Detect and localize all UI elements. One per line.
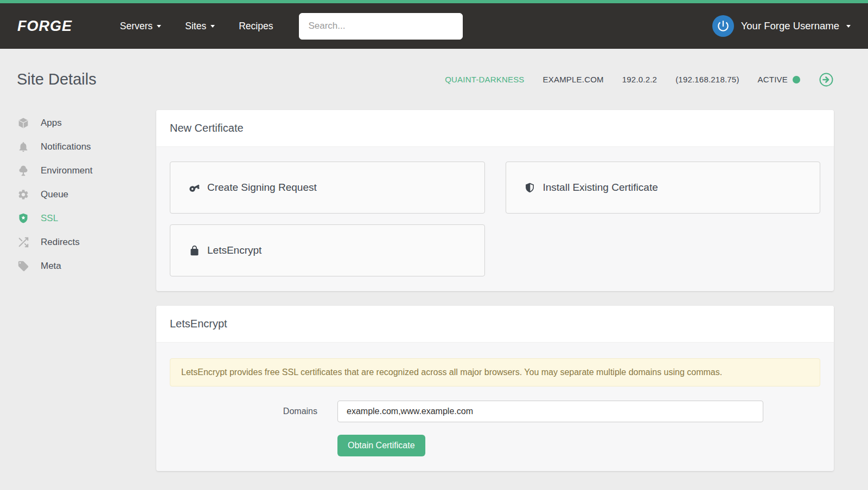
forge-logo[interactable]: FORGE xyxy=(17,18,72,35)
domains-input[interactable] xyxy=(337,401,763,422)
chevron-down-icon xyxy=(846,25,851,28)
arrow-right-circle-icon xyxy=(819,72,834,87)
nav-item-recipes[interactable]: Recipes xyxy=(239,21,273,32)
sidebar-item-redirects[interactable]: Redirects xyxy=(17,230,156,254)
nav-item-sites[interactable]: Sites xyxy=(185,21,215,32)
gear-icon xyxy=(17,188,30,201)
lock-icon xyxy=(188,244,200,256)
submit-row: Obtain Certificate xyxy=(337,435,820,456)
key-icon xyxy=(188,182,200,194)
card-title: New Certificate xyxy=(156,110,834,147)
sidebar-item-label: Redirects xyxy=(41,237,80,248)
create-signing-request-button[interactable]: Create Signing Request xyxy=(170,162,485,214)
nav-menu: Servers Sites Recipes xyxy=(120,21,273,32)
card-title: LetsEncrypt xyxy=(156,306,834,343)
main-navbar: FORGE Servers Sites Recipes Your Forge U… xyxy=(0,3,868,49)
letsencrypt-option-button[interactable]: LetsEncrypt xyxy=(170,224,485,276)
nav-item-label: Servers xyxy=(120,21,152,32)
sidebar-item-ssl[interactable]: SSL xyxy=(17,207,156,230)
open-site-button[interactable] xyxy=(819,72,834,87)
sidebar-item-label: Queue xyxy=(41,189,68,200)
nav-item-label: Sites xyxy=(185,21,206,32)
main-panel: New Certificate Create Signing Request I… xyxy=(156,110,834,486)
status-dot-icon xyxy=(793,76,800,83)
new-certificate-card: New Certificate Create Signing Request I… xyxy=(156,110,834,291)
option-label: Create Signing Request xyxy=(207,182,317,194)
letsencrypt-card: LetsEncrypt LetsEncrypt provides free SS… xyxy=(156,306,834,471)
shield-half-icon xyxy=(524,182,536,194)
sidebar-item-label: Apps xyxy=(41,118,62,128)
sidebar-item-label: SSL xyxy=(41,213,58,224)
sidebar-item-label: Environment xyxy=(41,165,92,176)
page-header: Site Details QUAINT-DARKNESS EXAMPLE.COM… xyxy=(0,49,868,110)
sidebar-item-queue[interactable]: Queue xyxy=(17,183,156,207)
sidebar-item-notifications[interactable]: Notifications xyxy=(17,135,156,159)
letsencrypt-form: LetsEncrypt provides free SSL certificat… xyxy=(156,343,834,471)
site-sidebar: Apps Notifications Environment Queue SSL xyxy=(17,110,156,278)
domains-label: Domains xyxy=(170,407,337,416)
status-badge: ACTIVE xyxy=(758,75,800,84)
bell-icon xyxy=(17,140,30,153)
domains-field-row: Domains xyxy=(170,401,820,422)
info-alert: LetsEncrypt provides free SSL certificat… xyxy=(170,358,820,386)
site-domain: EXAMPLE.COM xyxy=(543,75,604,84)
power-icon xyxy=(716,19,730,33)
nav-item-label: Recipes xyxy=(239,21,273,32)
user-menu[interactable]: Your Forge Username xyxy=(712,15,851,37)
sidebar-item-apps[interactable]: Apps xyxy=(17,111,156,135)
server-name-link[interactable]: QUAINT-DARKNESS xyxy=(445,75,524,84)
sidebar-item-label: Meta xyxy=(41,261,61,272)
tree-icon xyxy=(17,164,30,177)
chevron-down-icon xyxy=(210,25,215,28)
public-ip: 192.0.2.2 xyxy=(622,75,657,84)
sidebar-item-label: Notifications xyxy=(41,141,91,152)
shuffle-icon xyxy=(17,236,30,249)
cube-icon xyxy=(17,117,30,130)
username-label: Your Forge Username xyxy=(741,20,839,32)
shield-star-icon xyxy=(17,212,30,225)
sidebar-item-meta[interactable]: Meta xyxy=(17,254,156,278)
site-meta-bar: QUAINT-DARKNESS EXAMPLE.COM 192.0.2.2 (1… xyxy=(445,72,834,87)
search-input[interactable] xyxy=(299,13,463,40)
page-title: Site Details xyxy=(17,70,97,88)
content-area: Apps Notifications Environment Queue SSL xyxy=(0,110,868,486)
obtain-certificate-button[interactable]: Obtain Certificate xyxy=(337,435,425,456)
nav-item-servers[interactable]: Servers xyxy=(120,21,161,32)
option-label: LetsEncrypt xyxy=(207,244,261,256)
status-label: ACTIVE xyxy=(758,75,788,84)
chevron-down-icon xyxy=(157,25,161,28)
certificate-options: Create Signing Request Install Existing … xyxy=(156,147,834,291)
option-label: Install Existing Certificate xyxy=(543,182,658,194)
avatar xyxy=(712,15,734,37)
private-ip: (192.168.218.75) xyxy=(675,75,739,84)
tag-icon xyxy=(17,260,30,273)
sidebar-item-environment[interactable]: Environment xyxy=(17,159,156,183)
install-existing-certificate-button[interactable]: Install Existing Certificate xyxy=(506,162,821,214)
